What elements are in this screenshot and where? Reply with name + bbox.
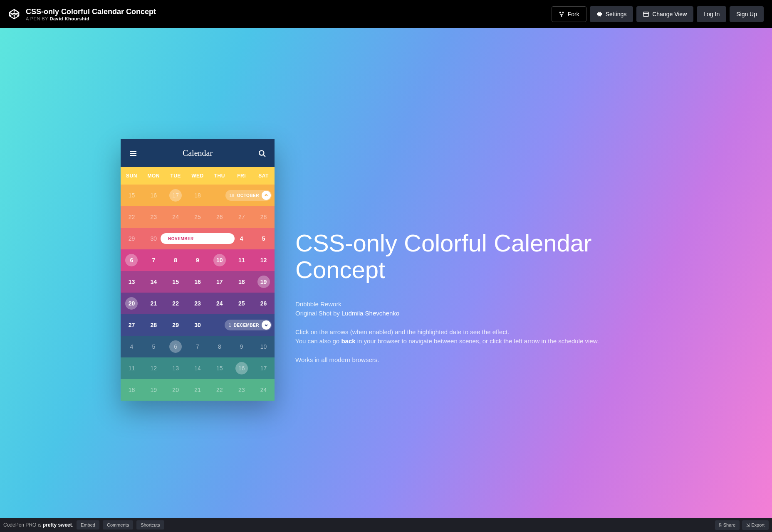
- day-cell[interactable]: 14: [143, 271, 165, 293]
- fork-button[interactable]: Fork: [552, 6, 586, 22]
- day-cell[interactable]: 8: [208, 336, 230, 357]
- day-cell[interactable]: 17: [252, 357, 275, 379]
- day-cell[interactable]: 29: [165, 314, 187, 336]
- change-view-button[interactable]: Change View: [636, 6, 693, 22]
- day-cell[interactable]: 6: [121, 249, 143, 271]
- day-cell[interactable]: 29: [121, 228, 143, 249]
- pen-byline: A PEN BY David Khourshid: [26, 16, 156, 21]
- login-label: Log In: [703, 11, 720, 17]
- chevron-up-icon[interactable]: [262, 191, 271, 200]
- dow-label: TUE: [165, 167, 187, 185]
- day-cell[interactable]: 24: [252, 379, 275, 401]
- day-cell[interactable]: 7: [187, 336, 209, 357]
- comments-button[interactable]: Comments: [103, 520, 133, 530]
- share-button[interactable]: ⎘ Share: [715, 520, 740, 530]
- day-cell[interactable]: 19: [252, 271, 275, 293]
- preview-canvas: Calendar SUNMONTUEWEDTHUFRISAT 151617181…: [0, 28, 772, 518]
- day-cell[interactable]: 18: [230, 271, 252, 293]
- day-cell[interactable]: 25: [230, 293, 252, 314]
- chevron-down-icon[interactable]: [262, 320, 271, 330]
- day-cell[interactable]: 23: [230, 379, 252, 401]
- prev-month-pill[interactable]: 19OCTOBER: [225, 190, 272, 201]
- day-cell[interactable]: 22: [121, 206, 143, 228]
- page-title: CSS-only Colorful Calendar Concept: [295, 230, 620, 283]
- day-cell[interactable]: 24: [165, 206, 187, 228]
- day-number: 5: [262, 235, 265, 242]
- day-cell[interactable]: 7: [143, 249, 165, 271]
- day-number: 24: [260, 387, 267, 393]
- day-cell[interactable]: 14: [187, 357, 209, 379]
- codepen-logo-icon[interactable]: [8, 8, 20, 20]
- day-cell[interactable]: 10: [252, 336, 275, 357]
- day-cell[interactable]: 16: [187, 271, 209, 293]
- day-number: 7: [152, 257, 155, 264]
- day-cell[interactable]: 11: [121, 357, 143, 379]
- pen-title[interactable]: CSS-only Colorful Calendar Concept: [26, 7, 156, 16]
- login-button[interactable]: Log In: [697, 6, 726, 22]
- day-cell[interactable]: 10: [208, 249, 230, 271]
- day-number: 25: [238, 300, 245, 307]
- day-cell[interactable]: 28: [252, 206, 275, 228]
- day-cell[interactable]: 6: [165, 336, 187, 357]
- day-cell[interactable]: 27: [121, 314, 143, 336]
- search-icon[interactable]: [258, 149, 266, 158]
- menu-icon[interactable]: [129, 149, 137, 158]
- day-cell[interactable]: 30: [187, 314, 209, 336]
- day-cell[interactable]: 5: [143, 336, 165, 357]
- settings-button[interactable]: Settings: [590, 6, 633, 22]
- day-cell[interactable]: 13: [165, 357, 187, 379]
- day-cell[interactable]: 15: [208, 357, 230, 379]
- day-cell[interactable]: 12: [252, 249, 275, 271]
- day-cell[interactable]: 12: [143, 357, 165, 379]
- day-number: 4: [130, 343, 134, 350]
- shortcuts-button[interactable]: Shortcuts: [136, 520, 164, 530]
- export-button[interactable]: ⇲ Export: [742, 520, 769, 530]
- day-cell[interactable]: 18: [187, 185, 209, 206]
- signup-button[interactable]: Sign Up: [730, 6, 764, 22]
- day-number: 28: [150, 322, 157, 328]
- pill-label: DECEMBER: [234, 323, 259, 328]
- day-cell[interactable]: 9: [230, 336, 252, 357]
- day-cell[interactable]: 23: [143, 206, 165, 228]
- day-number: 22: [129, 214, 135, 220]
- week-row: 20212223242526: [121, 293, 275, 314]
- day-cell[interactable]: 15: [121, 185, 143, 206]
- next-month-pill[interactable]: 1DECEMBER: [225, 320, 272, 330]
- day-cell[interactable]: 20: [165, 379, 187, 401]
- day-cell[interactable]: 22: [208, 379, 230, 401]
- day-cell[interactable]: 26: [208, 206, 230, 228]
- day-cell[interactable]: 21: [187, 379, 209, 401]
- day-cell[interactable]: 16: [230, 357, 252, 379]
- day-cell[interactable]: 8: [165, 249, 187, 271]
- day-cell[interactable]: 23: [187, 293, 209, 314]
- day-cell[interactable]: 20: [121, 293, 143, 314]
- embed-button[interactable]: Embed: [77, 520, 99, 530]
- day-number: 27: [238, 214, 245, 220]
- day-cell[interactable]: 13: [121, 271, 143, 293]
- original-shot-link[interactable]: Ludmila Shevchenko: [341, 310, 399, 317]
- day-cell[interactable]: 22: [165, 293, 187, 314]
- day-cell[interactable]: 26: [252, 293, 275, 314]
- day-cell[interactable]: 11: [230, 249, 252, 271]
- day-number: 11: [129, 365, 135, 372]
- day-cell[interactable]: 25: [187, 206, 209, 228]
- day-cell[interactable]: 17: [165, 185, 187, 206]
- footer-message: CodePen PRO is pretty sweet.: [3, 522, 73, 528]
- day-cell[interactable]: 18: [121, 379, 143, 401]
- day-cell[interactable]: 24: [208, 293, 230, 314]
- day-cell[interactable]: 27: [230, 206, 252, 228]
- day-number: 27: [129, 322, 135, 328]
- day-cell[interactable]: 5: [252, 228, 275, 249]
- day-cell[interactable]: 4: [121, 336, 143, 357]
- day-cell[interactable]: 15: [165, 271, 187, 293]
- day-cell[interactable]: 19: [143, 379, 165, 401]
- day-cell[interactable]: 28: [143, 314, 165, 336]
- day-cell[interactable]: 16: [143, 185, 165, 206]
- day-number: 30: [150, 235, 157, 242]
- pen-author[interactable]: David Khourshid: [50, 16, 90, 21]
- day-cell[interactable]: 17: [208, 271, 230, 293]
- day-number: 4: [240, 235, 243, 242]
- day-cell[interactable]: 9: [187, 249, 209, 271]
- day-cell[interactable]: 21: [143, 293, 165, 314]
- day-number: 20: [129, 300, 135, 307]
